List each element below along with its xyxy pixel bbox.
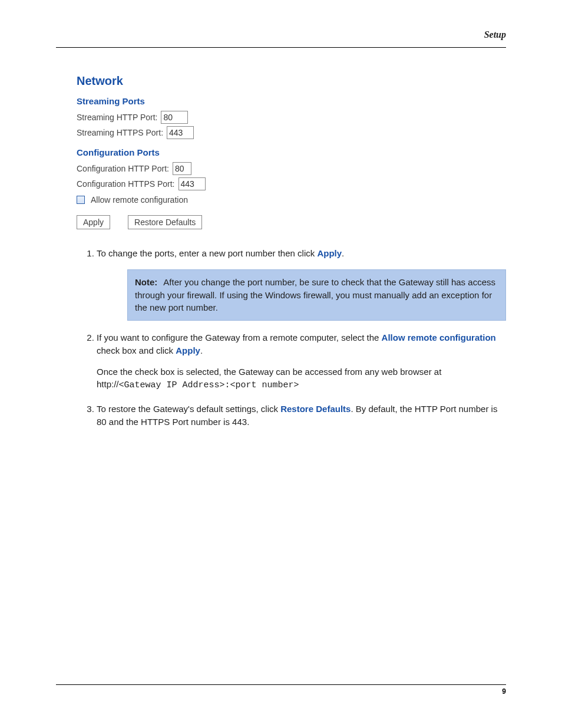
step-2-allow-remote-ref: Allow remote configuration [382,332,496,342]
header-section: Setup [484,29,506,40]
streaming-http-label: Streaming HTTP Port: [77,113,157,122]
step-2-text-c: . [200,345,203,355]
streaming-http-row: Streaming HTTP Port: [77,111,506,124]
step-2-para2: Once the check box is selected, the Gate… [97,365,506,393]
streaming-heading: Streaming Ports [77,96,506,106]
step-2: If you want to configure the Gateway fro… [97,331,506,392]
streaming-https-label: Streaming HTTPS Port: [77,128,163,137]
config-heading: Configuration Ports [77,147,506,157]
config-http-input[interactable] [173,162,191,175]
config-http-row: Configuration HTTP Port: [77,162,506,175]
page-header: Setup [56,29,506,48]
step-1-text-b: . [342,248,344,258]
apply-button[interactable]: Apply [77,215,110,229]
step-3-text-a: To restore the Gateway's default setting… [97,404,280,414]
note-body: After you change the port number, be sur… [135,277,495,313]
note-box: Note:After you change the port number, b… [127,269,506,321]
config-http-label: Configuration HTTP Port: [77,164,169,173]
step-2-text-b: check box and click [97,345,176,355]
button-row: Apply Restore Defaults [77,215,506,229]
step-1: To change the ports, enter a new port nu… [97,247,506,321]
step-1-apply-ref: Apply [317,248,342,258]
footer-rule [56,684,506,685]
config-https-input[interactable] [178,177,206,190]
instructions: To change the ports, enter a new port nu… [82,247,506,429]
step-2-url-code: <Gateway IP Address>:<port number> [119,380,299,390]
streaming-https-row: Streaming HTTPS Port: [77,126,506,139]
step-3: To restore the Gateway's default setting… [97,403,506,429]
config-https-label: Configuration HTTPS Port: [77,179,175,189]
allow-remote-checkbox[interactable] [77,196,85,204]
step-2-apply-ref: Apply [176,345,200,355]
network-panel: Network Streaming Ports Streaming HTTP P… [77,74,506,229]
streaming-http-input[interactable] [161,111,188,124]
streaming-https-input[interactable] [167,126,194,139]
step-2-text-a: If you want to configure the Gateway fro… [97,332,382,342]
config-https-row: Configuration HTTPS Port: [77,177,506,190]
allow-remote-row: Allow remote configuration [77,195,506,205]
panel-title: Network [77,74,506,88]
allow-remote-label: Allow remote configuration [91,195,188,205]
note-label: Note: [135,277,157,287]
step-3-restore-ref: Restore Defaults [280,404,351,414]
restore-defaults-button[interactable]: Restore Defaults [128,215,202,229]
page-number: 9 [56,687,506,696]
step-1-text-a: To change the ports, enter a new port nu… [97,248,317,258]
page-footer: 9 [56,684,506,696]
